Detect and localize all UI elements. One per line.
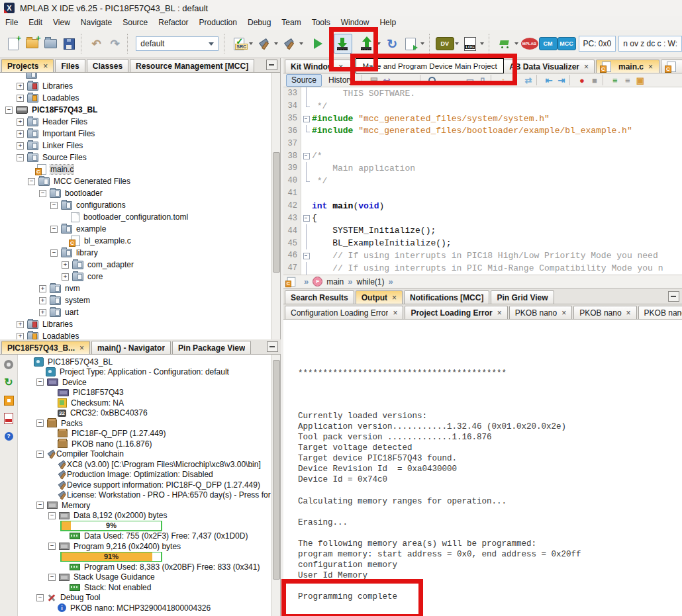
select-in-projects-button[interactable]: ▭ xyxy=(463,74,476,86)
next-bookmark-button[interactable]: ↓ xyxy=(509,74,522,86)
fold-margin-icon[interactable] xyxy=(301,212,312,224)
save-all-button[interactable] xyxy=(60,34,77,53)
dashboard-row-project-type-application-configuration-default[interactable]: Project Type: Application - Configuratio… xyxy=(18,367,280,378)
expand-icon[interactable]: + xyxy=(39,309,46,316)
data-visualizer-button[interactable]: DV xyxy=(436,34,454,53)
dashboard-row-data-used-755-0x2f3-free-7-437-0x1d0d[interactable]: Data Used: 755 (0x2F3) Free: 7,437 (0x1D… xyxy=(18,531,280,542)
tree-row-bootloader-configuration-toml[interactable]: bootloader_configuration.toml xyxy=(0,211,280,223)
expand-icon[interactable]: + xyxy=(17,321,24,328)
tree-row-system[interactable]: +system xyxy=(0,294,280,306)
tree-row-bl-example-c[interactable]: Cbl_example.c xyxy=(0,235,280,247)
toggle-rectangular-selection-button[interactable]: ▯ xyxy=(476,74,489,86)
dashboard-tree[interactable]: PIC18F57Q43_BLProject Type: Application … xyxy=(18,355,280,616)
menu-file[interactable]: File xyxy=(0,16,23,30)
tree-row-item[interactable] xyxy=(0,73,280,80)
menu-navigate[interactable]: Navigate xyxy=(75,16,117,30)
collapse-icon[interactable]: − xyxy=(50,249,58,257)
expand-icon[interactable]: + xyxy=(39,297,46,304)
dashboard-row-packs[interactable]: −Packs xyxy=(18,418,280,429)
toggle-bookmark-button[interactable]: ⇄ xyxy=(522,74,534,86)
close-icon[interactable]: × xyxy=(79,343,84,353)
expand-icon[interactable]: + xyxy=(17,142,24,150)
clean-and-build-button[interactable] xyxy=(281,34,298,53)
close-icon[interactable]: × xyxy=(392,293,397,302)
insert-code-button[interactable]: ▣ xyxy=(634,74,646,86)
build-project-button[interactable] xyxy=(256,34,273,53)
dashboard-row-debug-tool[interactable]: −Debug Tool xyxy=(18,593,280,603)
menu-debug[interactable]: Debug xyxy=(242,16,276,30)
minimize-panel-button[interactable] xyxy=(267,341,278,352)
menu-view[interactable]: View xyxy=(48,16,75,30)
tree-row-pic18f57q43-bl[interactable]: −PIC18F57Q43_BL xyxy=(0,104,280,116)
dashboard-row-program-9-216-0x2400-bytes[interactable]: −Program 9,216 (0x2400) bytes xyxy=(18,541,280,552)
expand-icon[interactable]: + xyxy=(17,130,24,138)
tab-output[interactable]: Output× xyxy=(356,290,403,304)
print-button[interactable]: ▤ xyxy=(367,74,380,86)
run-project-button[interactable] xyxy=(309,34,326,53)
tab-main-c[interactable]: Cmain.c× xyxy=(596,60,659,73)
close-icon[interactable]: × xyxy=(584,62,589,71)
debug-project-button[interactable] xyxy=(402,34,419,53)
collapse-icon[interactable]: − xyxy=(50,202,58,209)
expand-icon[interactable]: + xyxy=(62,261,69,269)
redo-button[interactable]: ↷ xyxy=(107,34,124,53)
tab-classes[interactable]: Classes xyxy=(87,59,128,72)
dropdown-caret-icon[interactable] xyxy=(480,42,484,45)
subtab-pkob-nano[interactable]: PKOB nano× xyxy=(509,306,572,319)
read-device-memory-button[interactable] xyxy=(358,34,375,53)
help-button[interactable]: ? xyxy=(3,430,15,442)
dashboard-row-device[interactable]: −Device xyxy=(18,377,280,388)
log-button[interactable]: LOG xyxy=(462,34,479,53)
collapse-icon[interactable]: − xyxy=(36,419,44,427)
menu-edit[interactable]: Edit xyxy=(23,16,48,30)
close-icon[interactable]: × xyxy=(43,62,48,71)
tree-row-core[interactable]: +core xyxy=(0,271,280,283)
dashboard-row-production-image-optimization-disabled[interactable]: Production Image: Optimization: Disabled xyxy=(18,470,280,480)
previous-occurrence-button[interactable]: ← xyxy=(438,74,451,86)
menu-source[interactable]: Source xyxy=(117,16,153,30)
content-manager-button[interactable]: CM xyxy=(540,34,557,53)
collapse-icon[interactable]: − xyxy=(17,154,24,161)
projects-tree-scrollbar[interactable] xyxy=(271,73,280,341)
dashboard-row-compiler-toolchain[interactable]: −Compiler Toolchain xyxy=(18,449,280,460)
expand-icon[interactable]: + xyxy=(62,273,69,281)
tab-projects[interactable]: Projects× xyxy=(1,59,54,72)
dashboard-row-data-8-192-0x2000-bytes[interactable]: −Data 8,192 (0x2000) bytes xyxy=(18,511,280,521)
previous-bookmark-button[interactable]: ↑ xyxy=(497,74,509,86)
menu-window[interactable]: Window xyxy=(336,16,375,30)
collapse-icon[interactable]: − xyxy=(48,512,56,519)
tab-search-results[interactable]: Search Results xyxy=(285,290,354,304)
breadcrumb-main[interactable]: main xyxy=(326,277,344,286)
mcc-button[interactable]: MCC xyxy=(558,34,575,53)
tree-row-source-files[interactable]: −Source Files xyxy=(0,152,280,163)
dropdown-caret-icon[interactable] xyxy=(377,42,381,45)
close-icon[interactable]: × xyxy=(393,308,397,318)
subtab-pkob-nano[interactable]: PKOB nano× xyxy=(638,306,682,319)
tree-row-header-files[interactable]: +Header Files xyxy=(0,116,280,128)
dashboard-row-program-used-8-383-0x20bf-free-833-0x341[interactable]: Program Used: 8,383 (0x20BF) Free: 833 (… xyxy=(18,562,280,572)
last-edit-location-button[interactable]: ↩ xyxy=(380,74,393,86)
close-icon[interactable]: × xyxy=(497,308,502,318)
tree-row-configurations[interactable]: −configurations xyxy=(0,199,280,211)
tree-row-com-adapter[interactable]: +com_adapter xyxy=(0,259,280,271)
tab-files[interactable]: Files xyxy=(55,59,85,72)
expand-icon[interactable]: + xyxy=(17,118,24,126)
uncomment-button[interactable]: ≡ xyxy=(621,74,634,86)
subtab-configuration-loading-error[interactable]: Configuration Loading Error× xyxy=(285,306,403,319)
collapse-icon[interactable]: − xyxy=(36,594,44,601)
tab-pin-grid-view[interactable]: Pin Grid View xyxy=(491,290,554,304)
subtab-pkob-nano[interactable]: PKOB nano× xyxy=(573,306,636,319)
source-view-button[interactable]: Source xyxy=(286,74,322,87)
expand-icon[interactable]: + xyxy=(17,333,24,340)
menu-production[interactable]: Production xyxy=(194,16,242,30)
fold-margin-icon[interactable] xyxy=(301,112,312,125)
breadcrumb-while[interactable]: while(1) xyxy=(356,277,384,286)
tree-row-main-c[interactable]: Cmain.c xyxy=(0,163,280,175)
tree-row-bootloader[interactable]: −bootloader xyxy=(0,187,280,199)
dashboard-row-stack-not-enabled[interactable]: Stack: Not enabled xyxy=(18,582,280,593)
generate-report-button[interactable] xyxy=(3,412,15,424)
dashboard-row-9[interactable]: 9% xyxy=(18,521,280,531)
tree-row-example[interactable]: −example xyxy=(0,223,280,235)
shift-line-left-button[interactable]: ⇤ xyxy=(542,74,555,86)
dashboard-row-checksum-na[interactable]: Checksum: NA xyxy=(18,398,280,408)
